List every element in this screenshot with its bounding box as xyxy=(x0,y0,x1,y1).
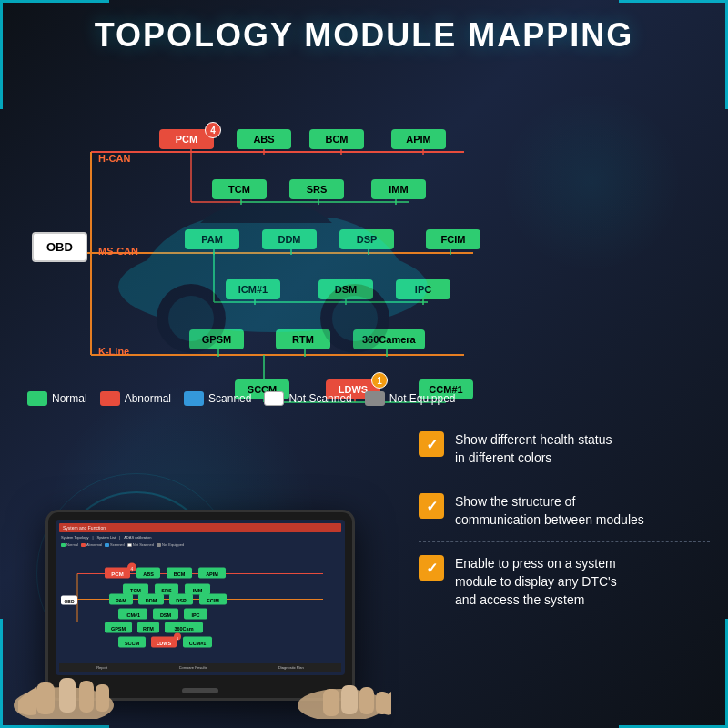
feature-item-1: ✓ Show different health statusin differe… xyxy=(419,419,710,480)
svg-text:LDWS: LDWS xyxy=(157,641,172,646)
legend-box-abnormal xyxy=(100,391,120,406)
hand-right-icon xyxy=(291,651,391,719)
legend-label-not-scanned: Not Scanned xyxy=(288,392,351,405)
svg-text:BCM: BCM xyxy=(174,571,186,577)
svg-text:SRS: SRS xyxy=(161,588,172,593)
svg-rect-85 xyxy=(59,678,76,713)
svg-text:4: 4 xyxy=(131,566,134,571)
svg-text:PAM: PAM xyxy=(116,598,126,603)
legend: Normal Abnormal Scanned Not Scanned Not … xyxy=(27,391,456,406)
hand-left-icon xyxy=(9,637,127,719)
legend-box-not-equipped xyxy=(365,391,385,406)
svg-text:RTM: RTM xyxy=(143,626,154,632)
legend-box-normal xyxy=(27,391,47,406)
legend-not-scanned: Not Scanned xyxy=(264,391,351,406)
legend-normal: Normal xyxy=(27,391,87,406)
legend-box-not-scanned xyxy=(264,391,284,406)
obd-module[interactable]: OBD xyxy=(32,232,87,262)
dsp-module[interactable]: DSP xyxy=(339,229,394,249)
svg-text:FCIM: FCIM xyxy=(207,598,219,603)
svg-text:GPSM: GPSM xyxy=(111,626,126,632)
hcan-label: H-CAN xyxy=(98,153,130,164)
svg-text:360Cam: 360Cam xyxy=(174,626,193,632)
fcim-module[interactable]: FCIM xyxy=(426,229,480,249)
topology-diagram: OBD H-CAN MS-CAN K-Line PCM 4 ABS BCM AP… xyxy=(18,64,500,428)
tablet-mini-legend: Normal Abnormal Scanned Not Scanned Not … xyxy=(59,542,341,547)
dsm-module[interactable]: DSM xyxy=(318,279,373,299)
svg-text:DDM: DDM xyxy=(146,598,157,603)
check-icon-2: ✓ xyxy=(419,493,444,519)
svg-text:CCM#1: CCM#1 xyxy=(189,641,207,646)
feature-text-2: Show the structure ofcommunication betwe… xyxy=(455,493,644,529)
svg-rect-84 xyxy=(36,682,55,714)
page-title: TOPOLOGY MODULE MAPPING xyxy=(0,16,728,55)
corner-accent-br xyxy=(619,619,728,728)
pcm-badge: 4 xyxy=(205,122,221,138)
legend-label-not-equipped: Not Equipped xyxy=(389,392,456,405)
svg-rect-89 xyxy=(341,685,358,714)
svg-rect-86 xyxy=(79,681,94,713)
imm-module[interactable]: IMM xyxy=(371,179,426,199)
svg-text:IMM: IMM xyxy=(193,588,203,593)
feature-item-3: ✓ Enable to press on a systemmodule to d… xyxy=(419,542,710,622)
tablet-screen-tabs: System Topology | System List | ADAS cal… xyxy=(59,534,341,541)
svg-text:OBD: OBD xyxy=(64,599,75,604)
pam-module[interactable]: PAM xyxy=(185,229,239,249)
tablet-container: System and Function System Topology | Sy… xyxy=(18,510,400,719)
tablet-screen-title-bar: System and Function xyxy=(59,523,341,532)
svg-text:DSP: DSP xyxy=(176,598,187,603)
legend-scanned: Scanned xyxy=(184,391,251,406)
tcm-module[interactable]: TCM xyxy=(212,179,267,199)
svg-text:TCM: TCM xyxy=(130,588,141,593)
mscan-label: MS-CAN xyxy=(98,246,138,257)
icm1-module[interactable]: ICM#1 xyxy=(226,279,280,299)
svg-text:ICM#1: ICM#1 xyxy=(126,612,140,618)
feature-text-1: Show different health statusin different… xyxy=(455,431,612,467)
svg-text:ABS: ABS xyxy=(143,571,154,577)
svg-text:APIM: APIM xyxy=(206,571,218,577)
pcm-module[interactable]: PCM 4 xyxy=(159,129,214,149)
legend-label-abnormal: Abnormal xyxy=(125,392,171,405)
legend-abnormal: Abnormal xyxy=(100,391,171,406)
legend-label-scanned: Scanned xyxy=(208,392,251,405)
svg-text:DSM: DSM xyxy=(160,612,172,618)
bcm-module[interactable]: BCM xyxy=(309,129,364,149)
tablet-home-bar xyxy=(182,688,218,693)
legend-not-equipped: Not Equipped xyxy=(365,391,456,406)
srs-module[interactable]: SRS xyxy=(289,179,344,199)
camera360-module[interactable]: 360Camera xyxy=(353,329,425,349)
svg-rect-90 xyxy=(323,689,339,716)
svg-rect-87 xyxy=(96,684,109,712)
apim-module[interactable]: APIM xyxy=(391,129,446,149)
svg-text:PCM: PCM xyxy=(111,571,123,577)
legend-box-scanned xyxy=(184,391,204,406)
gpsm-module[interactable]: GPSM xyxy=(189,329,244,349)
legend-label-normal: Normal xyxy=(52,392,87,405)
check-icon-1: ✓ xyxy=(419,431,444,457)
ldws-badge: 1 xyxy=(371,372,388,389)
feature-text-3: Enable to press on a systemmodule to dis… xyxy=(455,555,617,609)
abs-module[interactable]: ABS xyxy=(237,129,291,149)
svg-text:IPC: IPC xyxy=(191,612,199,618)
check-icon-3: ✓ xyxy=(419,555,444,581)
rtm-module[interactable]: RTM xyxy=(276,329,330,349)
feature-item-2: ✓ Show the structure ofcommunication bet… xyxy=(419,480,710,542)
kline-label: K-Line xyxy=(98,346,129,357)
ddm-module[interactable]: DDM xyxy=(262,229,317,249)
features-list: ✓ Show different health statusin differe… xyxy=(419,419,710,622)
ipc-module[interactable]: IPC xyxy=(396,279,450,299)
svg-rect-91 xyxy=(359,687,374,714)
